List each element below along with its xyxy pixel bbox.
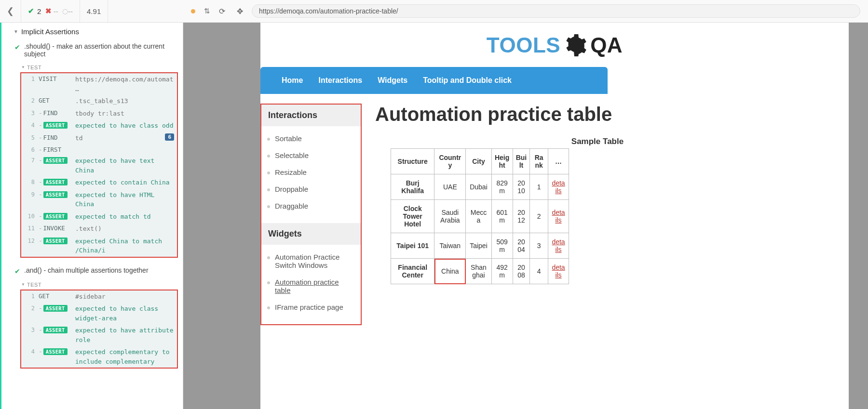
command-row[interactable]: 2GET.tsc_table_s13 bbox=[21, 95, 177, 107]
command-row[interactable]: 12-ASSERTexpected China to match /China/… bbox=[21, 235, 177, 257]
command-log: 1VISIThttps://demoqa.com/automat…2GET.ts… bbox=[20, 72, 178, 258]
table-row: Burj KhalifaUAEDubai829m20101details bbox=[391, 174, 569, 200]
data-table: StructureCountryCityHeightBuiltRank… Bur… bbox=[391, 148, 569, 284]
autoscroll-icon[interactable]: ⇅ bbox=[204, 7, 210, 15]
logo[interactable]: TOOLS QA bbox=[260, 23, 849, 62]
table-cell: Clock Tower Hotel bbox=[391, 200, 434, 233]
command-row[interactable]: 1VISIThttps://demoqa.com/automat… bbox=[21, 73, 177, 95]
sidebar-heading: Widgets bbox=[261, 223, 361, 245]
command-row[interactable]: 6-FIRST bbox=[21, 144, 177, 155]
table-header: … bbox=[548, 149, 569, 174]
table-header: Country bbox=[434, 149, 466, 174]
sidebar: InteractionsSortableSelectableResizableD… bbox=[260, 104, 362, 325]
page-title: Automation practice table bbox=[375, 104, 820, 125]
table-title: Sample Table bbox=[375, 137, 820, 146]
assert-pill: ASSERT bbox=[43, 179, 68, 185]
assert-pill: ASSERT bbox=[43, 122, 68, 129]
nav-link[interactable]: Home bbox=[274, 76, 311, 85]
fails-count: -- bbox=[54, 7, 58, 15]
sidebar-item[interactable]: Draggable bbox=[261, 198, 361, 214]
table-cell: UAE bbox=[434, 174, 466, 200]
command-row[interactable]: 9-ASSERTexpected to have HTML China bbox=[21, 189, 177, 211]
table-cell: 2012 bbox=[513, 200, 530, 233]
table-cell: Mecca bbox=[466, 200, 491, 233]
table-header: City bbox=[466, 149, 491, 174]
table-row: Taipei 101TaiwanTaipei509m20043details bbox=[391, 233, 569, 259]
sidebar-item[interactable]: Selectable bbox=[261, 147, 361, 164]
nav-link[interactable]: Widgets bbox=[370, 76, 415, 85]
spec-title[interactable]: ▼ Implicit Assertions bbox=[0, 23, 183, 40]
assert-pill: ASSERT bbox=[43, 305, 68, 312]
sidebar-item[interactable]: Automation practice table bbox=[261, 274, 361, 299]
table-cell: 509m bbox=[491, 233, 513, 259]
assert-pill: ASSERT bbox=[43, 237, 68, 244]
table-cell: 492m bbox=[491, 259, 513, 284]
command-row[interactable]: 4-ASSERTexpected complementary to includ… bbox=[21, 346, 177, 368]
table-row: Clock Tower HotelSaudi ArabiaMecca601m20… bbox=[391, 200, 569, 233]
pending-count: -- bbox=[68, 7, 73, 15]
table-cell: details bbox=[548, 200, 569, 233]
table-cell: Saudi Arabia bbox=[434, 200, 466, 233]
table-cell: details bbox=[548, 174, 569, 200]
command-row[interactable]: 1GET#sidebar bbox=[21, 290, 177, 303]
reload-icon[interactable]: ⟳ bbox=[219, 7, 225, 16]
assert-pill: ASSERT bbox=[43, 191, 68, 198]
x-icon: ✖ bbox=[45, 7, 52, 15]
command-row[interactable]: 10-ASSERTexpected to match td bbox=[21, 211, 177, 223]
main-nav: HomeInteractionsWidgetsTooltip and Doubl… bbox=[260, 67, 608, 94]
table-cell: Burj Khalifa bbox=[391, 174, 434, 200]
command-row[interactable]: 5-FINDtd6 bbox=[21, 132, 177, 145]
table-header: Rank bbox=[530, 149, 548, 174]
check-icon: ✔ bbox=[28, 7, 34, 15]
command-log: 1GET#sidebar2-ASSERTexpected to have cla… bbox=[20, 290, 178, 369]
table-header: Height bbox=[491, 149, 513, 174]
table-header: Structure bbox=[391, 149, 434, 174]
command-row[interactable]: 3-FINDtbody tr:last bbox=[21, 107, 177, 120]
test-stats: ✔ 2 ✖ -- ◌ -- bbox=[21, 0, 80, 22]
test-title[interactable]: ✔.and() - chain multiple assertions toge… bbox=[0, 264, 183, 278]
table-cell: 3 bbox=[530, 233, 548, 259]
passes-count: 2 bbox=[37, 7, 41, 15]
command-row[interactable]: 2-ASSERTexpected to have class widget-ar… bbox=[21, 303, 177, 324]
sidebar-item[interactable]: Sortable bbox=[261, 130, 361, 147]
table-cell: Financial Center bbox=[391, 259, 434, 284]
command-row[interactable]: 4-ASSERTexpected to have class odd bbox=[21, 119, 177, 132]
selector-target-icon[interactable]: ✥ bbox=[237, 7, 243, 16]
status-dot-icon bbox=[191, 9, 195, 13]
back-button[interactable]: ❮ bbox=[0, 0, 21, 22]
command-row[interactable]: 8-ASSERTexpected to contain China bbox=[21, 176, 177, 189]
command-row[interactable]: 3-ASSERTexpected to have attribute role bbox=[21, 324, 177, 346]
command-row[interactable]: 11-INVOKE.text() bbox=[21, 223, 177, 235]
details-link[interactable]: details bbox=[552, 209, 565, 224]
assert-pill: ASSERT bbox=[43, 213, 68, 220]
details-link[interactable]: details bbox=[552, 264, 565, 279]
sidebar-item[interactable]: Resizable bbox=[261, 164, 361, 181]
details-link[interactable]: details bbox=[552, 179, 565, 195]
sidebar-heading: Interactions bbox=[261, 105, 361, 126]
test-title[interactable]: ✔.should() - make an assertion about the… bbox=[0, 40, 183, 61]
assert-pill: ASSERT bbox=[43, 348, 68, 355]
topbar: ❮ ✔ 2 ✖ -- ◌ -- 4.91 ⇅ ⟳ ✥ https://demoq… bbox=[0, 0, 868, 23]
table-cell: China bbox=[434, 259, 466, 284]
command-row[interactable]: 7-ASSERTexpected to have text China bbox=[21, 155, 177, 176]
table-cell: 2008 bbox=[513, 259, 530, 284]
table-cell: 2010 bbox=[513, 174, 530, 200]
sidebar-item[interactable]: Droppable bbox=[261, 181, 361, 198]
pending-icon: ◌ bbox=[62, 7, 68, 15]
table-row: Financial CenterChinaShanghai492m20084de… bbox=[391, 259, 569, 284]
nav-link[interactable]: Tooltip and Double click bbox=[415, 76, 519, 85]
details-link[interactable]: details bbox=[552, 238, 565, 253]
nav-link[interactable]: Interactions bbox=[311, 76, 370, 85]
gear-icon bbox=[563, 33, 587, 57]
reporter-panel: ▼ Implicit Assertions ✔.should() - make … bbox=[0, 23, 183, 409]
table-cell: details bbox=[548, 233, 569, 259]
assert-pill: ASSERT bbox=[43, 157, 68, 164]
caret-down-icon: ▼ bbox=[14, 29, 18, 34]
sidebar-item[interactable]: IFrame practice page bbox=[261, 299, 361, 316]
table-cell: Taiwan bbox=[434, 233, 466, 259]
duration: 4.91 bbox=[80, 0, 108, 22]
url-bar[interactable]: https://demoqa.com/automation-practice-t… bbox=[252, 4, 860, 18]
table-cell: 601m bbox=[491, 200, 513, 233]
table-cell: Dubai bbox=[466, 174, 491, 200]
sidebar-item[interactable]: Automation Practice Switch Windows bbox=[261, 249, 361, 274]
